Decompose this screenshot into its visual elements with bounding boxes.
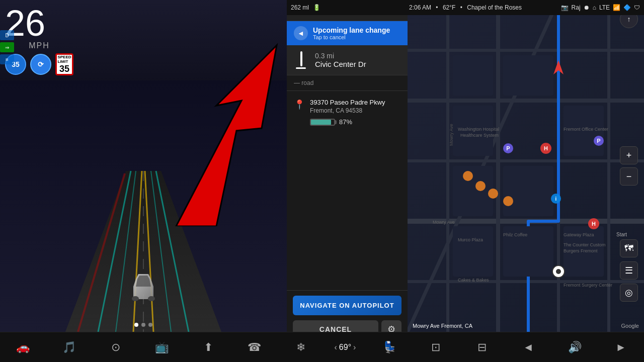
- destination-pin-icon: 📍: [294, 99, 305, 110]
- defrost-front-icon[interactable]: ⊟: [469, 335, 495, 360]
- svg-text:Murco Plaza: Murco Plaza: [458, 237, 483, 242]
- home-icon: ⌂: [593, 4, 596, 11]
- status-bar-left: 262 ml 🔋: [291, 4, 320, 11]
- svg-point-34: [488, 189, 498, 199]
- destination-city: Fremont, CA 94538: [310, 107, 400, 114]
- page-dots[interactable]: [134, 323, 152, 327]
- svg-text:Cakes & Bakes: Cakes & Bakes: [458, 278, 489, 283]
- defrost-rear-icon[interactable]: ⊡: [423, 335, 448, 360]
- lane-change-subtitle: Tap to cancel: [313, 34, 390, 40]
- battery-indicator: 87%: [310, 118, 400, 126]
- svg-text:H: H: [544, 145, 548, 151]
- drive-mode-icon: D: [0, 30, 14, 40]
- fan-icon[interactable]: ❄: [288, 335, 313, 360]
- destination-row: 📍 39370 Paseo Padre Pkwy Fremont, CA 945…: [294, 98, 400, 126]
- status-bar-right: 📷 Raj ⏺ ⌂ LTE 📶 🔷 🛡: [561, 4, 640, 11]
- navigation-panel: ⬡ Navigate › ◄ Upcoming lane change Tap …: [287, 0, 408, 362]
- turn-info: 0.3 mi Civic Center Dr: [315, 52, 366, 68]
- time-display: 2:06 AM: [409, 4, 431, 11]
- record-icon: ⏺: [584, 4, 590, 11]
- upload-icon[interactable]: ⬆: [196, 335, 221, 360]
- destination-section: 📍 39370 Paseo Padre Pkwy Fremont, CA 945…: [287, 91, 408, 291]
- destination-address: 39370 Paseo Padre Pkwy: [310, 98, 400, 107]
- map-address-label: Mowry Ave Fremont, CA: [413, 323, 472, 329]
- map-bottom-icons: 🗺 ☰ ◎: [620, 239, 638, 302]
- volume-down-icon[interactable]: ◄: [516, 335, 541, 360]
- dot-1[interactable]: [134, 323, 138, 327]
- battery-fill: [311, 120, 331, 125]
- map-settings-button[interactable]: ☰: [620, 261, 638, 280]
- camera-icon: 📷: [561, 4, 569, 11]
- bluetooth-icon: 🔷: [623, 4, 631, 11]
- speed-display: 26: [5, 5, 73, 41]
- zoom-in-button[interactable]: +: [620, 146, 638, 164]
- lane-change-icon: ◄: [294, 26, 308, 40]
- svg-text:Gateway Plaza: Gateway Plaza: [564, 232, 594, 237]
- autopilot-status-icon: ⇒: [0, 42, 14, 52]
- svg-rect-29: [453, 226, 493, 277]
- speed-badges: 35 ⟳ SPEEDLIMIT 35: [5, 53, 73, 75]
- volume-icon[interactable]: 🔊: [562, 335, 587, 360]
- map-layer-button[interactable]: 🗺: [620, 239, 638, 257]
- road-section: — road: [287, 75, 408, 91]
- bottom-bar: 🚗 🎵 ⊙ 📺 ⬆ ☎ ❄ ‹ 69° › 💺 ⊡ ⊟ ◄ 🔊 ►: [0, 332, 644, 362]
- hud-overlay: 26 MPH 35 ⟳ SPEEDLIMIT 35: [5, 5, 73, 75]
- svg-text:Healthcare System: Healthcare System: [460, 133, 499, 138]
- navigate-autopilot-button[interactable]: NAVIGATE ON AUTOPILOT: [293, 296, 401, 315]
- svg-text:Start: Start: [616, 232, 627, 237]
- dot-2[interactable]: [141, 323, 145, 327]
- seat-heater-icon[interactable]: 💺: [377, 335, 402, 360]
- volume-up-icon[interactable]: ►: [608, 335, 633, 360]
- next-turn-info: 0.3 mi Civic Center Dr: [287, 45, 408, 75]
- location-button[interactable]: ◎: [620, 284, 638, 302]
- lte-display: LTE: [599, 4, 610, 11]
- svg-text:Mowry Ave: Mowry Ave: [433, 220, 455, 225]
- destination-info: 39370 Paseo Padre Pkwy Fremont, CA 94538…: [310, 98, 400, 126]
- music-icon[interactable]: 🎵: [57, 335, 82, 360]
- svg-text:Mowry Ave: Mowry Ave: [449, 124, 454, 146]
- left-icons: D ⇒ ≡: [0, 30, 14, 64]
- svg-point-10: [132, 296, 139, 301]
- autopilot-badge: ⟳: [30, 54, 51, 75]
- turn-icon: [294, 51, 309, 69]
- airbag-icon: 🛡: [634, 4, 640, 11]
- car-controls-icon[interactable]: 🚗: [11, 335, 36, 360]
- lane-change-text: Upcoming lane change Tap to cancel: [313, 26, 390, 40]
- svg-text:Fremont Office Center: Fremont Office Center: [564, 127, 608, 132]
- zoom-out-button[interactable]: −: [620, 167, 638, 186]
- apps-icon[interactable]: ⊙: [103, 335, 128, 360]
- temp-up-button[interactable]: ›: [353, 343, 356, 352]
- speed-limit-sign: SPEEDLIMIT 35: [55, 53, 73, 75]
- turn-street: Civic Center Dr: [315, 60, 366, 68]
- location-display: Chapel of the Roses: [467, 4, 522, 11]
- svg-rect-25: [503, 55, 553, 96]
- svg-rect-23: [453, 55, 493, 96]
- phone-icon[interactable]: ☎: [242, 335, 267, 360]
- google-label: Google: [621, 323, 639, 329]
- lane-icon: ≡: [0, 54, 14, 64]
- svg-point-11: [148, 296, 155, 301]
- svg-text:P: P: [597, 138, 600, 144]
- svg-point-35: [503, 196, 513, 206]
- svg-rect-27: [453, 166, 493, 216]
- lane-change-title: Upcoming lane change: [313, 26, 390, 34]
- car-silhouette: [128, 261, 158, 307]
- battery-status: 262 ml: [291, 4, 309, 11]
- driving-view: 26 MPH 35 ⟳ SPEEDLIMIT 35 D ⇒ ≡: [0, 0, 287, 362]
- svg-text:Fremont Surgery Center: Fremont Surgery Center: [564, 283, 612, 288]
- map-controls: + −: [620, 146, 638, 186]
- temp-down-button[interactable]: ‹: [335, 343, 337, 352]
- status-bar: 262 ml 🔋 2:06 AM • 62°F • Chapel of the …: [287, 0, 644, 15]
- turn-distance: 0.3 mi: [315, 52, 366, 60]
- user-display: Raj: [572, 4, 581, 11]
- svg-text:i: i: [555, 196, 557, 202]
- map-panel[interactable]: H H P P i Mowry Ave Mowry Ave Washington…: [408, 0, 644, 332]
- dot-3[interactable]: [148, 323, 152, 327]
- svg-text:Burgers Fremont: Burgers Fremont: [564, 248, 598, 253]
- lane-change-banner[interactable]: ◄ Upcoming lane change Tap to cancel: [287, 21, 408, 45]
- signal-icon: 📶: [613, 4, 620, 11]
- temp-value: 69°: [339, 343, 351, 352]
- svg-text:Philz Coffee: Philz Coffee: [503, 232, 527, 237]
- svg-point-48: [556, 269, 561, 274]
- media-icon[interactable]: 📺: [149, 335, 175, 360]
